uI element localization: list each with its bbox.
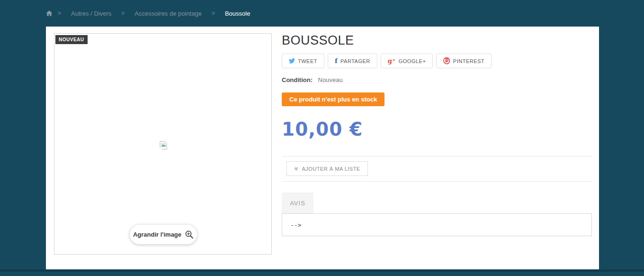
tweet-button-label: TWEET	[298, 58, 317, 64]
divider	[282, 181, 592, 182]
product-price: 10,00 €	[282, 119, 363, 140]
tab-avis[interactable]: AVIS	[282, 193, 313, 213]
facebook-icon: f	[335, 57, 338, 64]
reviews-panel: -->	[282, 213, 592, 236]
social-share-row: TWEET f PARTAGER g⁺ GOOGLE+ ⓟ PINTEREST	[282, 54, 492, 68]
pinterest-button[interactable]: ⓟ PINTEREST	[436, 54, 492, 68]
enlarge-image-label: Agrandir l'image	[133, 231, 181, 238]
add-to-wishlist-button[interactable]: ♥ AJOUTER À MA LISTE	[286, 161, 368, 176]
condition-row: Condition: Nouveau	[282, 76, 343, 83]
breadcrumb-item-accessoires-de-pointage[interactable]: Accessoires de pointage	[130, 10, 206, 17]
new-product-badge: NOUVEAU	[55, 35, 88, 44]
pinterest-icon: ⓟ	[443, 57, 450, 65]
breadcrumb: > Autres / Divers > Accessoires de point…	[46, 0, 255, 27]
divider	[282, 156, 592, 156]
product-title: BOUSSOLE	[282, 33, 354, 48]
tweet-button[interactable]: TWEET	[282, 54, 324, 68]
twitter-icon	[289, 58, 295, 64]
condition-label: Condition:	[282, 76, 313, 83]
product-page-panel: NOUVEAU Agrandir l'image BOUSSOLE	[46, 27, 599, 269]
heart-icon: ♥	[294, 165, 298, 172]
broken-image-icon	[160, 141, 167, 150]
partager-button-label: PARTAGER	[340, 58, 370, 64]
enlarge-image-button[interactable]: Agrandir l'image	[130, 225, 197, 244]
google-plus-button[interactable]: g⁺ GOOGLE+	[381, 54, 433, 68]
product-image-frame: NOUVEAU Agrandir l'image	[54, 33, 272, 255]
footer-shadow-strip	[0, 269, 644, 272]
add-to-wishlist-label: AJOUTER À MA LISTE	[302, 166, 360, 172]
google-plus-button-label: GOOGLE+	[399, 58, 426, 64]
breadcrumb-separator: >	[212, 10, 215, 17]
pinterest-button-label: PINTEREST	[453, 58, 484, 64]
availability-status-badge: Ce produit n'est plus en stock	[282, 92, 385, 106]
reviews-panel-text: -->	[290, 221, 301, 229]
breadcrumb-separator: >	[58, 10, 61, 17]
google-plus-icon: g⁺	[388, 57, 396, 64]
partager-button[interactable]: f PARTAGER	[328, 54, 377, 68]
home-icon[interactable]	[46, 10, 53, 17]
breadcrumb-item-current: Boussole	[220, 10, 255, 17]
zoom-in-icon	[185, 230, 194, 239]
breadcrumb-item-autres-divers[interactable]: Autres / Divers	[66, 10, 116, 17]
condition-value: Nouveau	[318, 76, 343, 83]
breadcrumb-separator: >	[121, 10, 125, 17]
